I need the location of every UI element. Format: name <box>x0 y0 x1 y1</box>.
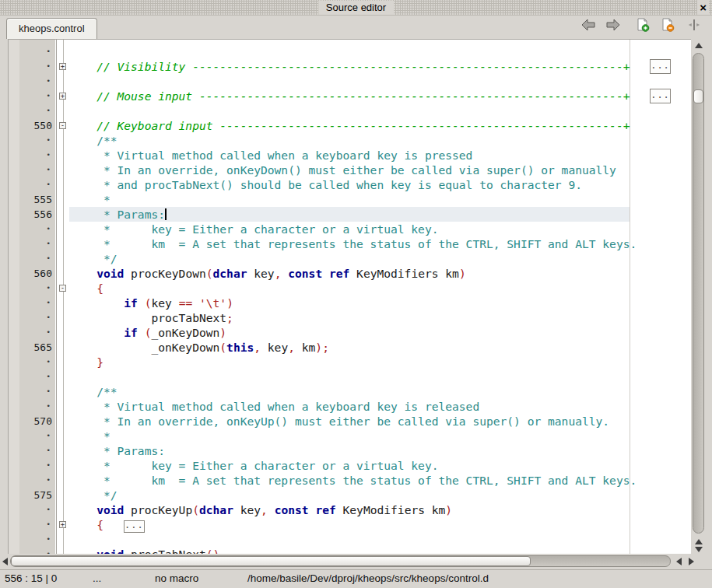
code-line[interactable]: * km = A set that represents the status … <box>69 473 630 488</box>
gutter-line-number[interactable]: 560 <box>19 266 54 281</box>
code-line[interactable]: * <box>69 429 630 443</box>
back-button[interactable] <box>580 19 597 34</box>
code-line[interactable]: if (_onKeyDown) <box>69 325 630 340</box>
code-line[interactable]: if (key == '\t') <box>69 296 630 310</box>
code-line[interactable]: // Keyboard input ----------------------… <box>69 118 630 133</box>
gutter-line-number[interactable]: • <box>19 502 54 517</box>
gutter-line-number[interactable]: • <box>19 103 54 118</box>
close-document-button[interactable] <box>659 19 676 34</box>
code-line[interactable]: * In an override, onKeyDown() must eithe… <box>69 163 630 177</box>
gutter-line-number[interactable]: • <box>19 251 54 266</box>
vscroll-track[interactable] <box>693 53 704 534</box>
code-line[interactable]: /** <box>69 384 630 399</box>
breakpoint-margin[interactable] <box>9 40 19 554</box>
code-line[interactable]: * In an override, onKeyUp() must either … <box>69 414 630 429</box>
code-line[interactable]: _onKeyDown(this, key, km); <box>69 340 630 355</box>
code-lines[interactable]: // Visibility --------------------------… <box>69 44 630 554</box>
fold-expand-icon[interactable]: + <box>59 93 66 100</box>
gutter-line-number[interactable]: • <box>19 281 54 296</box>
code-line[interactable]: * and procTabNext() should be called whe… <box>69 177 630 192</box>
gutter-line-number[interactable]: • <box>19 458 54 473</box>
gutter-line-number[interactable]: • <box>19 177 54 192</box>
gutter-line-number[interactable]: • <box>19 429 54 443</box>
code-line[interactable]: procTabNext; <box>69 310 630 325</box>
hscroll-thumb[interactable] <box>11 556 531 566</box>
gutter-line-number[interactable]: • <box>19 384 54 399</box>
gutter-line-number[interactable]: • <box>19 74 54 89</box>
gutter-line-number[interactable]: • <box>19 89 54 103</box>
title-bar[interactable]: Source editor × <box>0 0 712 16</box>
fold-expand-icon[interactable]: + <box>59 63 66 70</box>
code-line-current[interactable]: * Params: <box>69 207 630 222</box>
scroll-down-icon[interactable] <box>695 547 703 552</box>
code-line[interactable]: * Virtual method called when a keyboard … <box>69 399 630 414</box>
split-view-button[interactable] <box>686 19 703 34</box>
new-document-button[interactable] <box>634 19 651 34</box>
fold-ellipsis-box[interactable]: ... <box>650 59 671 74</box>
fold-ellipsis-box[interactable]: ... <box>124 520 145 533</box>
vscroll-thumb[interactable] <box>693 89 703 103</box>
fold-collapse-icon[interactable]: - <box>59 122 66 129</box>
editor[interactable]: •••••550••••555556•••560••••565••••570••… <box>8 39 691 554</box>
gutter-line-number[interactable]: • <box>19 325 54 340</box>
code-line[interactable] <box>69 74 630 89</box>
gutter-line-number[interactable]: 555 <box>19 192 54 207</box>
code-line[interactable] <box>69 532 630 547</box>
gutter[interactable]: •••••550••••555556•••560••••565••••570••… <box>19 44 54 554</box>
code-line[interactable]: // Mouse input -------------------------… <box>69 89 630 103</box>
scroll-left-icon[interactable] <box>2 558 8 565</box>
gutter-line-number[interactable]: • <box>19 163 54 177</box>
gutter-line-number[interactable]: • <box>19 399 54 414</box>
vertical-scrollbar[interactable] <box>693 41 705 555</box>
code-line[interactable]: * Params: <box>69 443 630 458</box>
gutter-line-number[interactable]: • <box>19 44 54 59</box>
code-line[interactable] <box>69 103 630 118</box>
code-line[interactable]: { <box>69 281 630 296</box>
code-line[interactable]: void procTabNext() <box>69 547 630 554</box>
code-line[interactable]: /** <box>69 133 630 148</box>
scroll-up-secondary-icon[interactable] <box>695 539 703 544</box>
gutter-line-number[interactable]: • <box>19 547 54 554</box>
gutter-line-number[interactable]: • <box>19 310 54 325</box>
gutter-line-number[interactable]: • <box>19 355 54 369</box>
code-line[interactable]: * key = Either a character or a virtual … <box>69 458 630 473</box>
code-line[interactable] <box>69 44 630 59</box>
code-line[interactable]: * <box>69 192 630 207</box>
gutter-line-number[interactable]: • <box>19 148 54 163</box>
gutter-line-number[interactable]: 570 <box>19 414 54 429</box>
code-line[interactable]: // Visibility --------------------------… <box>69 59 630 74</box>
forward-button[interactable] <box>605 19 622 34</box>
scroll-left-secondary-icon[interactable] <box>676 558 682 565</box>
gutter-line-number[interactable]: • <box>19 59 54 74</box>
code-line[interactable]: * Virtual method called when a keyboard … <box>69 148 630 163</box>
code-line[interactable]: */ <box>69 251 630 266</box>
gutter-line-number[interactable]: • <box>19 443 54 458</box>
code-line[interactable] <box>69 369 630 384</box>
gutter-line-number[interactable]: 565 <box>19 340 54 355</box>
fold-column[interactable]: ++--+ <box>54 44 69 554</box>
code-line[interactable]: {... <box>69 517 630 532</box>
code-line[interactable]: */ <box>69 488 630 502</box>
gutter-line-number[interactable]: • <box>19 133 54 148</box>
fold-expand-icon[interactable]: + <box>59 521 66 528</box>
code-line[interactable]: void procKeyDown(dchar key, const ref Ke… <box>69 266 630 281</box>
gutter-line-number[interactable]: • <box>19 369 54 384</box>
gutter-line-number[interactable]: 556 <box>19 207 54 222</box>
horizontal-scrollbar[interactable] <box>0 555 702 569</box>
code-line[interactable]: * km = A set that represents the status … <box>69 236 630 251</box>
gutter-line-number[interactable]: • <box>19 473 54 488</box>
gutter-line-number[interactable]: • <box>19 222 54 236</box>
gutter-line-number[interactable]: 575 <box>19 488 54 502</box>
code-line[interactable]: * key = Either a character or a virtual … <box>69 222 630 236</box>
scroll-up-icon[interactable] <box>695 43 703 48</box>
gutter-line-number[interactable]: • <box>19 532 54 547</box>
code-line[interactable]: } <box>69 355 630 369</box>
fold-ellipsis-box[interactable]: ... <box>650 89 671 103</box>
scroll-right-icon[interactable] <box>689 558 694 565</box>
fold-collapse-icon[interactable]: - <box>59 285 66 292</box>
code-line[interactable]: void procKeyUp(dchar key, const ref KeyM… <box>69 502 630 517</box>
gutter-line-number[interactable]: • <box>19 296 54 310</box>
gutter-line-number[interactable]: 550 <box>19 118 54 133</box>
close-icon[interactable]: × <box>697 0 709 15</box>
tab-kheops-control[interactable]: kheops.control <box>6 18 97 39</box>
